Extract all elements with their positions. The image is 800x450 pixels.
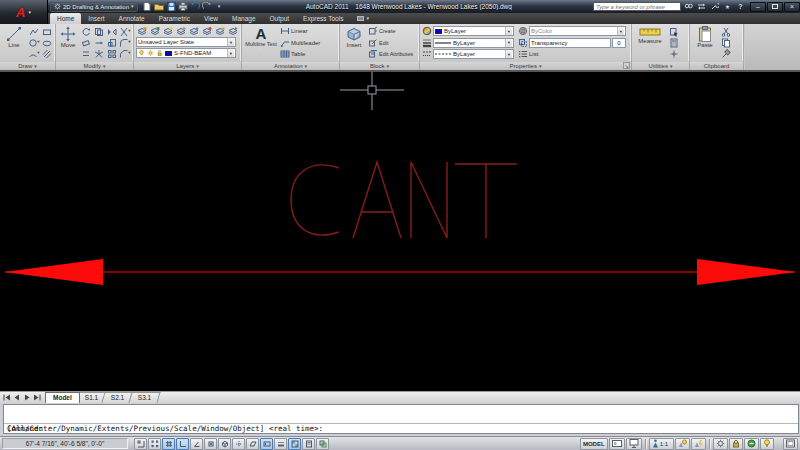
model-space-button[interactable]: MODEL: [580, 438, 608, 450]
match-properties-button[interactable]: [720, 48, 732, 59]
table-button[interactable]: Table: [280, 49, 337, 59]
quick-view-layouts-button[interactable]: [609, 438, 625, 450]
prev-layout-button[interactable]: [12, 393, 22, 402]
layer-match-button[interactable]: [149, 25, 160, 36]
quick-properties-toggle[interactable]: [302, 438, 315, 450]
transparency-value-box[interactable]: 0: [612, 38, 626, 48]
properties-panel-label[interactable]: Properties▾: [420, 61, 631, 70]
quick-view-drawings-button[interactable]: [626, 438, 642, 450]
tab-express-tools[interactable]: Express Tools: [296, 13, 350, 24]
help-button[interactable]: ?: [735, 2, 746, 12]
transparency-toggle[interactable]: [288, 438, 301, 450]
move-button[interactable]: Move: [58, 25, 78, 60]
close-button[interactable]: ×: [784, 2, 800, 12]
edit-block-button[interactable]: Edit: [368, 38, 417, 48]
erase-button[interactable]: [80, 37, 92, 48]
list-button[interactable]: List: [518, 49, 626, 59]
rectangle-button[interactable]: [41, 26, 53, 37]
plot-style-dropdown[interactable]: ByColor ▾: [529, 26, 626, 36]
workspace-switcher[interactable]: 2D Drafting & Annotation ▾: [50, 2, 138, 12]
command-window[interactable]: [All/Center/Dynamic/Extents/Previous/Sca…: [0, 403, 800, 436]
multileader-button[interactable]: Multileader ▾: [280, 38, 337, 48]
chamfer-button[interactable]: ▾: [119, 48, 131, 59]
snap-toggle[interactable]: [148, 438, 161, 450]
ducs-toggle[interactable]: [246, 438, 259, 450]
quick-calc-button[interactable]: [668, 37, 680, 48]
save-button[interactable]: [166, 1, 177, 12]
polyline-button[interactable]: [28, 26, 40, 37]
command-prompt[interactable]: Command:: [4, 423, 798, 433]
copy-button[interactable]: [93, 26, 105, 37]
linetype-dropdown[interactable]: ByLayer ▾: [433, 49, 514, 59]
fillet-button[interactable]: ▾: [119, 37, 131, 48]
ellipse-button[interactable]: [41, 37, 53, 48]
layers-panel-label[interactable]: Layers▾: [134, 61, 241, 70]
multiline-text-button[interactable]: A Multiline Text ▾: [244, 25, 278, 60]
otrack-toggle[interactable]: [232, 438, 245, 450]
paste-button[interactable]: Paste: [692, 25, 718, 60]
tab-home[interactable]: Home: [50, 13, 81, 24]
layer-dropdown[interactable]: S-FND-BEAM ▾: [136, 48, 236, 58]
layer-off-button[interactable]: [202, 25, 213, 36]
edit-attributes-button[interactable]: Edit Attributes ▾: [368, 49, 417, 59]
tab-insert[interactable]: Insert: [81, 13, 111, 24]
ortho-toggle[interactable]: [176, 438, 189, 450]
infer-constraints-toggle[interactable]: [134, 438, 147, 450]
insert-block-button[interactable]: Insert: [342, 25, 366, 60]
tab-model[interactable]: Model: [45, 392, 80, 403]
annotation-autoscale-button[interactable]: [691, 438, 706, 450]
new-button[interactable]: [142, 1, 153, 12]
grid-toggle[interactable]: [162, 438, 175, 450]
tab-view[interactable]: View: [197, 13, 225, 24]
minimize-button[interactable]: –: [750, 2, 766, 12]
drawing-area[interactable]: [0, 70, 800, 391]
exchange-button[interactable]: [696, 2, 707, 12]
undo-button[interactable]: [190, 1, 201, 12]
status-bar-menu-button[interactable]: ▾: [775, 438, 782, 450]
application-menu-button[interactable]: A ▾: [0, 0, 48, 24]
restore-button[interactable]: [767, 2, 783, 12]
dyn-toggle[interactable]: [260, 438, 273, 450]
annotation-visibility-button[interactable]: [675, 438, 690, 450]
search-input[interactable]: [593, 2, 681, 11]
selection-cycling-toggle[interactable]: [316, 438, 329, 450]
linear-dimension-button[interactable]: Linear ▾: [280, 26, 337, 36]
utilities-panel-label[interactable]: Utilities▾: [632, 61, 689, 70]
lineweight-dropdown[interactable]: ByLayer ▾: [433, 38, 514, 48]
hardware-acceleration-button[interactable]: [744, 438, 759, 450]
workspace-switching-button[interactable]: [713, 438, 728, 450]
scale-button[interactable]: [106, 37, 118, 48]
draw-panel-label[interactable]: Draw▾: [0, 61, 55, 70]
layer-make-current-button[interactable]: [228, 25, 239, 36]
next-layout-button[interactable]: [22, 393, 32, 402]
mirror-button[interactable]: [106, 26, 118, 37]
arc-button[interactable]: ▾: [28, 48, 40, 59]
tab-parametric[interactable]: Parametric: [152, 13, 197, 24]
array-button[interactable]: [106, 48, 118, 59]
layer-properties-button[interactable]: [136, 25, 147, 36]
quick-select-button[interactable]: [668, 26, 680, 37]
qat-menu-button[interactable]: ▾: [214, 1, 225, 12]
object-color-dropdown[interactable]: ByLayer ▾: [433, 26, 514, 36]
plot-button[interactable]: [178, 1, 189, 12]
tab-manage[interactable]: Manage: [225, 13, 263, 24]
properties-dialog-launcher[interactable]: ↘: [623, 62, 630, 69]
layer-freeze-button[interactable]: [189, 25, 200, 36]
cut-button[interactable]: [720, 26, 732, 37]
measure-button[interactable]: Measure ▾: [634, 25, 666, 60]
circle-button[interactable]: ▾: [28, 37, 40, 48]
offset-button[interactable]: [80, 48, 92, 59]
layer-unisolate-button[interactable]: [175, 25, 186, 36]
stretch-button[interactable]: [93, 37, 105, 48]
modify-panel-label[interactable]: Modify▾: [56, 61, 133, 70]
isolate-objects-button[interactable]: [760, 438, 774, 450]
rotate-button[interactable]: [80, 26, 92, 37]
tab-annotate[interactable]: Annotate: [112, 13, 152, 24]
line-button[interactable]: Line: [2, 25, 26, 60]
lineweight-toggle[interactable]: [274, 438, 287, 450]
hatch-button[interactable]: [41, 48, 53, 59]
trim-button[interactable]: ▾: [119, 26, 131, 37]
block-panel-label[interactable]: Block▾: [340, 61, 419, 70]
favorites-button[interactable]: ★: [722, 2, 733, 12]
layer-state-dropdown[interactable]: Unsaved Layer State ▾: [136, 37, 236, 47]
